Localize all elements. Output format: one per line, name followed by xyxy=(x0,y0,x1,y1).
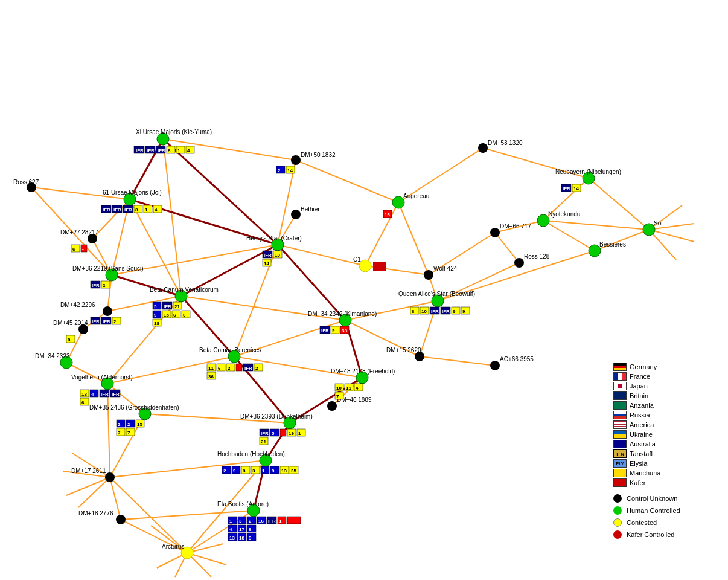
contested-label: Contested xyxy=(627,519,657,526)
ukraine-flag xyxy=(613,430,627,439)
svg-text:6: 6 xyxy=(183,312,186,318)
svg-point-99 xyxy=(490,228,500,237)
svg-text:2: 2 xyxy=(103,283,106,288)
svg-text:6: 6 xyxy=(81,400,85,405)
legend-human-controlled: Human Controlled xyxy=(613,506,722,515)
svg-text:DM+50 1832: DM+50 1832 xyxy=(301,152,336,158)
svg-point-129 xyxy=(359,260,371,272)
svg-text:11: 11 xyxy=(346,385,351,391)
svg-text:8: 8 xyxy=(168,148,171,153)
svg-text:IFR: IFR xyxy=(136,148,144,153)
ukraine-label: Ukraine xyxy=(630,431,653,438)
svg-text:1: 1 xyxy=(177,148,180,153)
svg-text:1: 1 xyxy=(229,518,232,524)
svg-text:•: • xyxy=(82,246,84,252)
kafer-flag xyxy=(613,478,627,487)
svg-text:16: 16 xyxy=(258,518,264,524)
tanstafl-label: Tanstafl xyxy=(630,450,653,457)
elysia-label: Elysia xyxy=(630,460,647,467)
svg-text:IFR: IFR xyxy=(92,319,100,324)
legend-manchuria: Manchuria xyxy=(613,469,722,477)
svg-text:4: 4 xyxy=(356,385,359,391)
germany-flag xyxy=(613,362,627,371)
kafer-controlled-label: Kafer Controlled xyxy=(627,531,675,538)
svg-text:2: 2 xyxy=(228,366,231,371)
manchuria-label: Manchuria xyxy=(630,469,660,477)
svg-text:13: 13 xyxy=(281,468,287,474)
svg-point-108 xyxy=(116,515,126,524)
legend-elysia: ELY Elysia xyxy=(613,459,722,468)
svg-text:21: 21 xyxy=(261,439,266,445)
svg-text:8: 8 xyxy=(68,337,71,343)
svg-text:4: 4 xyxy=(91,392,94,397)
legend-japan: Japan xyxy=(613,382,722,390)
svg-text:Bessieres: Bessieres xyxy=(599,241,626,248)
svg-text:61 Ursae Majoris (Joi): 61 Ursae Majoris (Joi) xyxy=(103,189,162,196)
legend-france: France xyxy=(613,372,722,381)
svg-text:DM+35 2436 (Grosshiddenhafen): DM+35 2436 (Grosshiddenhafen) xyxy=(89,404,179,411)
svg-text:Sol: Sol xyxy=(654,220,662,227)
tanstafl-flag: TFN xyxy=(613,450,627,458)
kafer-controlled-circle xyxy=(613,530,622,539)
svg-text:6: 6 xyxy=(412,309,415,314)
svg-text:AC+66 3955: AC+66 3955 xyxy=(500,356,534,362)
svg-text:9: 9 xyxy=(233,468,236,474)
legend-tanstafl: TFN Tanstafl xyxy=(613,450,722,458)
britain-label: Britain xyxy=(630,392,648,399)
germany-label: Germany xyxy=(630,363,657,370)
svg-text:5: 5 xyxy=(272,431,275,436)
svg-text:4: 4 xyxy=(229,527,232,532)
svg-text:35: 35 xyxy=(342,328,347,334)
svg-text:5: 5 xyxy=(154,304,157,309)
france-flag xyxy=(613,372,627,381)
svg-text:9: 9 xyxy=(272,468,275,474)
svg-text:21: 21 xyxy=(174,304,180,309)
japan-flag xyxy=(613,382,627,390)
svg-text:6: 6 xyxy=(173,312,176,318)
legend-control-unknown: Control Unknown xyxy=(613,494,722,503)
legend-russia: Russia xyxy=(613,411,722,419)
svg-text:6: 6 xyxy=(72,246,75,252)
legend-america: America xyxy=(613,420,722,429)
svg-point-112 xyxy=(392,196,404,208)
svg-text:15: 15 xyxy=(164,312,169,318)
america-flag xyxy=(613,420,627,429)
svg-text:IFR: IFR xyxy=(261,431,269,436)
svg-rect-339 xyxy=(287,517,301,524)
svg-text:6: 6 xyxy=(218,366,221,371)
legend-britain: Britain xyxy=(613,392,722,400)
svg-text:9: 9 xyxy=(453,309,456,314)
svg-text:IFR: IFR xyxy=(103,207,110,213)
svg-text:Ross 627: Ross 627 xyxy=(13,179,39,185)
svg-text:DM+27 28217: DM+27 28217 xyxy=(60,229,99,236)
svg-point-107 xyxy=(105,472,115,482)
svg-text:2: 2 xyxy=(278,168,281,173)
anzania-label: Anzania xyxy=(630,402,654,409)
svg-point-115 xyxy=(589,245,601,257)
svg-text:Queen Alice's Star (Beowulf): Queen Alice's Star (Beowulf) xyxy=(398,291,475,297)
svg-text:DM+34 2342 (Kimanjano): DM+34 2342 (Kimanjano) xyxy=(308,311,377,317)
svg-rect-304 xyxy=(280,429,286,436)
contested-circle xyxy=(613,518,622,527)
svg-text:Bethier: Bethier xyxy=(301,206,320,213)
svg-point-103 xyxy=(514,258,524,268)
svg-text:7: 7 xyxy=(127,430,130,436)
svg-text:DM+45 2014: DM+45 2014 xyxy=(53,320,88,326)
australia-flag xyxy=(613,440,627,448)
svg-text:18: 18 xyxy=(81,392,87,397)
svg-text:Arcturus: Arcturus xyxy=(162,543,184,550)
svg-text:IFR: IFR xyxy=(563,186,570,192)
svg-point-95 xyxy=(291,155,301,165)
svg-text:Augereau: Augereau xyxy=(403,193,429,199)
svg-text:2: 2 xyxy=(223,468,226,474)
svg-text:13: 13 xyxy=(229,535,235,541)
legend-kafer: Kafer xyxy=(613,478,722,487)
svg-text:IFR: IFR xyxy=(92,283,100,288)
human-controlled-circle xyxy=(613,506,622,515)
svg-point-100 xyxy=(103,306,112,316)
legend-australia: Australia xyxy=(613,440,722,448)
svg-text:DM+17 2611: DM+17 2611 xyxy=(71,468,106,474)
svg-text:10: 10 xyxy=(275,253,280,258)
japan-label: Japan xyxy=(630,382,648,390)
svg-text:14: 14 xyxy=(264,261,269,266)
